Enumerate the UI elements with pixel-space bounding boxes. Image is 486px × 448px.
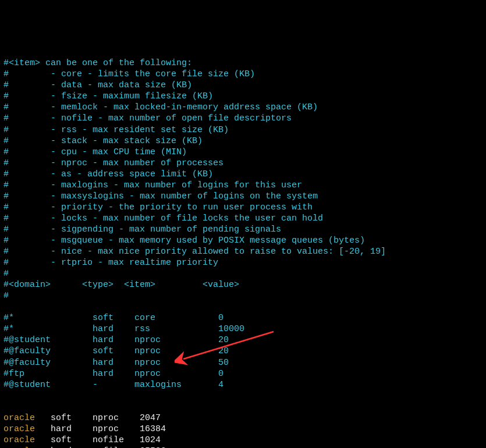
comment-line: #* soft core 0 [3, 313, 224, 323]
comment-line: # [3, 269, 9, 279]
comment-line: # - maxsyslogins - max number of logins … [3, 191, 318, 201]
config-values: soft nproc 2047 [35, 413, 161, 423]
comment-line: # - msgqueue - max memory used by POSIX … [3, 236, 365, 246]
comment-line: # - sigpending - max number of pending s… [3, 225, 281, 234]
comment-line: #@faculty hard nproc 50 [3, 358, 229, 368]
comment-line: # - as - address space limit (KB) [3, 169, 213, 179]
comment-line: # - core - limits the core file size (KB… [3, 69, 255, 79]
comment-line: # - rtprio - max realtime priority [3, 258, 218, 268]
comment-line: # - nproc - max number of processes [3, 158, 224, 168]
comment-line: # - nice - max nice priority allowed to … [3, 247, 386, 257]
comment-line: # [3, 291, 9, 301]
comment-line: # - locks - max number of file locks the… [3, 214, 323, 223]
comment-line: #ftp hard nproc 0 [3, 369, 224, 379]
comment-line: # - rss - max resident set size (KB) [3, 125, 229, 135]
comment-line: # - maxlogins - max number of logins for… [3, 180, 302, 190]
comment-line: # - fsize - maximum filesize (KB) [3, 91, 213, 101]
comment-line: #@student - maxlogins 4 [3, 380, 224, 390]
terminal-editor[interactable]: #<item> can be one of the following: # -… [3, 47, 483, 448]
config-values: soft nofile 1024 [35, 435, 161, 445]
comment-line: # - nofile - max number of open file des… [3, 113, 292, 123]
comment-line: #@faculty soft nproc 20 [3, 346, 229, 356]
config-block: oracle soft nproc 2047 oracle hard nproc… [3, 401, 483, 448]
config-values: hard nproc 16384 [35, 424, 166, 434]
config-line: oracle soft nofile 1024 [3, 435, 161, 445]
config-user: oracle [3, 424, 35, 434]
config-line: oracle hard nproc 16384 [3, 424, 166, 434]
comment-line: # - cpu - max CPU time (MIN) [3, 147, 187, 157]
comment-line: #<item> can be one of the following: [3, 58, 192, 68]
comment-line: #* hard rss 10000 [3, 324, 244, 334]
comment-line: # - memlock - max locked-in-memory addre… [3, 102, 318, 112]
comment-block: #<item> can be one of the following: # -… [3, 58, 483, 390]
config-line: oracle soft nproc 2047 [3, 413, 161, 423]
comment-line: #@student hard nproc 20 [3, 335, 229, 345]
comment-line: #<domain> <type> <item> <value> [3, 280, 239, 290]
config-user: oracle [3, 413, 35, 423]
comment-line: # - priority - the priority to run user … [3, 202, 313, 212]
comment-line: # - data - max data size (KB) [3, 80, 192, 90]
config-user: oracle [3, 435, 35, 445]
comment-line: # - stack - max stack size (KB) [3, 136, 203, 146]
